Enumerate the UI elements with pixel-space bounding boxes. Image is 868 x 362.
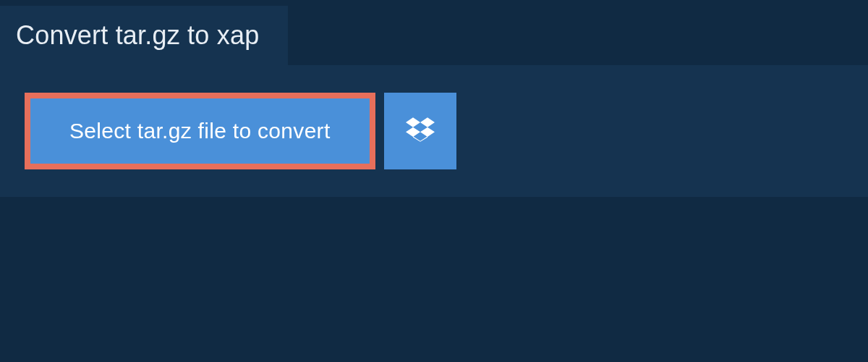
dropbox-icon (406, 115, 435, 147)
main-panel: Select tar.gz file to convert (0, 65, 868, 197)
tab-header: Convert tar.gz to xap (0, 0, 868, 65)
button-row: Select tar.gz file to convert (25, 93, 843, 169)
page-title-tab: Convert tar.gz to xap (0, 6, 288, 65)
dropbox-button[interactable] (384, 93, 456, 169)
select-file-label: Select tar.gz file to convert (69, 119, 331, 143)
select-file-button[interactable]: Select tar.gz file to convert (25, 93, 375, 169)
page-title: Convert tar.gz to xap (16, 20, 259, 50)
